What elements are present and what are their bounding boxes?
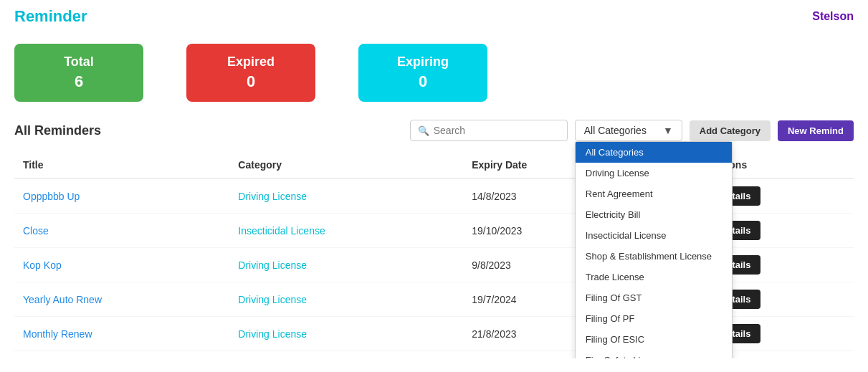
toolbar: All Reminders 🔍 All Categories ▼ All Cat… [14,120,854,141]
stats-section: Total 6 Expired 0 Expiring 0 [0,33,868,113]
expiring-label: Expiring [380,54,466,70]
dropdown-item-fire-safety[interactable]: Fire Safety License [576,350,732,358]
expiring-value: 0 [380,72,466,91]
row-title: Monthly Renew [14,317,229,351]
user-name: Stelson [812,10,854,23]
header: Reminder Stelson [0,0,868,33]
col-category: Category [229,152,463,178]
row-category: Driving License [229,317,463,351]
dropdown-item-electricity-bill[interactable]: Electricity Bill [576,204,732,225]
section-title: All Reminders [14,123,403,138]
app-title: Reminder [14,7,87,26]
row-title: Kop Kop [14,248,229,282]
row-category: Driving License [229,248,463,282]
dropdown-item-filing-pf[interactable]: Filing Of PF [576,308,732,329]
total-label: Total [36,54,122,70]
category-selected-label: All Categories [584,125,647,136]
dropdown-item-rent-agreement[interactable]: Rent Agreement [576,183,732,204]
new-remind-button[interactable]: New Remind [778,120,854,141]
category-dropdown-menu: All Categories Driving License Rent Agre… [575,141,733,358]
expiring-stat-card: Expiring 0 [358,44,487,102]
search-icon: 🔍 [418,125,429,136]
total-value: 6 [36,72,122,91]
dropdown-item-filing-gst[interactable]: Filing Of GST [576,287,732,308]
category-dropdown-wrapper: All Categories ▼ All Categories Driving … [575,120,682,141]
total-stat-card: Total 6 [14,44,143,102]
dropdown-item-trade-license[interactable]: Trade License [576,267,732,287]
row-title: Yearly Auto Rnew [14,282,229,317]
dropdown-item-filing-esic[interactable]: Filing Of ESIC [576,329,732,350]
dropdown-item-all-categories[interactable]: All Categories [576,142,732,163]
category-select-button[interactable]: All Categories ▼ [575,120,682,141]
expired-stat-card: Expired 0 [186,44,315,102]
row-title: Opppbbb Up [14,178,229,214]
all-reminders-section: All Reminders 🔍 All Categories ▼ All Cat… [0,113,868,358]
dropdown-item-insecticidal-license[interactable]: Insecticidal License [576,225,732,246]
search-input[interactable] [434,125,560,136]
chevron-down-icon: ▼ [663,125,673,136]
expired-label: Expired [208,54,294,70]
row-title: Close [14,214,229,248]
dropdown-item-driving-license[interactable]: Driving License [576,163,732,183]
row-category: Driving License [229,178,463,214]
add-category-button[interactable]: Add Category [690,120,771,141]
expired-value: 0 [208,72,294,91]
dropdown-item-shop-establishment[interactable]: Shop & Establishment License [576,246,732,267]
col-title: Title [14,152,229,178]
row-category: Driving License [229,282,463,317]
row-category: Insecticidal License [229,214,463,248]
search-box: 🔍 [410,120,568,141]
